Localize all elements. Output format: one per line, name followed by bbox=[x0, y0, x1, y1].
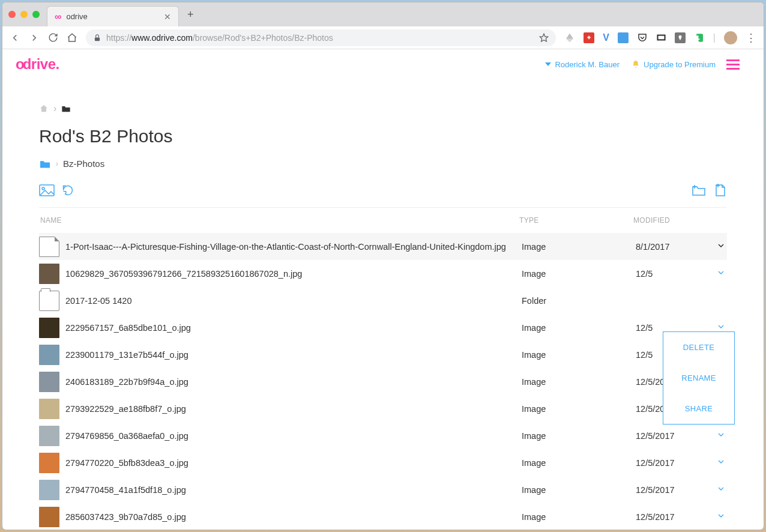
forward-button[interactable] bbox=[29, 32, 40, 43]
back-button[interactable] bbox=[10, 32, 20, 43]
new-tab-button[interactable]: + bbox=[187, 8, 194, 21]
file-type: Image bbox=[522, 323, 636, 333]
upload-file-button[interactable] bbox=[714, 183, 727, 198]
file-name: 2239001179_131e7b544f_o.jpg bbox=[65, 350, 522, 360]
ext-frame-icon[interactable] bbox=[656, 32, 666, 43]
image-thumbnail bbox=[39, 264, 59, 284]
url-text: https://www.odrive.com/browse/Rod's+B2+P… bbox=[106, 33, 333, 43]
ext-drive-icon[interactable] bbox=[564, 32, 575, 43]
address-bar[interactable]: https://www.odrive.com/browse/Rod's+B2+P… bbox=[86, 29, 556, 46]
column-name[interactable]: NAME bbox=[39, 216, 519, 225]
image-thumbnail bbox=[39, 507, 59, 527]
browser-tabbar: ∞ odrive ✕ + bbox=[2, 2, 764, 26]
bookmark-star-icon[interactable] bbox=[539, 33, 549, 43]
new-folder-button[interactable] bbox=[691, 184, 707, 197]
user-menu[interactable]: Roderick M. Bauer bbox=[545, 60, 620, 69]
file-modified: 8/1/2017 bbox=[636, 242, 708, 252]
caret-down-icon bbox=[545, 61, 551, 67]
file-name: 2229567157_6a85dbe101_o.jpg bbox=[65, 323, 522, 333]
window-controls bbox=[8, 11, 40, 18]
gallery-view-button[interactable] bbox=[39, 184, 55, 196]
profile-avatar[interactable] bbox=[724, 31, 737, 44]
row-menu-button[interactable] bbox=[716, 268, 726, 277]
file-modified: 12/5/2017 bbox=[636, 512, 708, 522]
image-thumbnail bbox=[39, 372, 59, 392]
file-type: Image bbox=[522, 404, 636, 414]
odrive-logo[interactable]: oodrivedrive. bbox=[16, 56, 59, 73]
file-name: 2017-12-05 1420 bbox=[65, 296, 522, 306]
refresh-button[interactable] bbox=[62, 184, 74, 196]
table-row[interactable]: 2406183189_22b7b9f94a_o.jpgImage12/5/201… bbox=[39, 368, 727, 395]
column-type[interactable]: TYPE bbox=[519, 216, 633, 225]
file-name: 2856037423_9b70a7d85_o.jpg bbox=[65, 512, 522, 522]
breadcrumb-sep: › bbox=[53, 103, 56, 114]
file-type: Image bbox=[522, 242, 636, 252]
close-window-button[interactable] bbox=[8, 11, 16, 18]
breadcrumb-folder-icon[interactable] bbox=[61, 104, 71, 113]
table-row[interactable]: 2229567157_6a85dbe101_o.jpgImage12/5 bbox=[39, 314, 727, 341]
browser-navbar: https://www.odrive.com/browse/Rod's+B2+P… bbox=[2, 26, 764, 49]
maximize-window-button[interactable] bbox=[32, 11, 40, 18]
table-row[interactable]: 10629829_367059396791266_721589325160186… bbox=[39, 260, 727, 287]
breadcrumb-home-icon[interactable] bbox=[39, 104, 49, 113]
file-type: Folder bbox=[522, 296, 636, 306]
table-header: NAME TYPE MODIFIED bbox=[39, 208, 727, 233]
table-row[interactable]: 2856037423_9b70a7d85_o.jpgImage12/5/2017 bbox=[39, 503, 727, 530]
context-share[interactable]: SHARE bbox=[663, 393, 734, 424]
file-modified: 12/5/2017 bbox=[636, 485, 708, 495]
file-type: Image bbox=[522, 512, 636, 522]
image-thumbnail bbox=[39, 426, 59, 446]
context-rename[interactable]: RENAME bbox=[663, 363, 734, 393]
image-thumbnail bbox=[39, 399, 59, 419]
hamburger-menu-button[interactable] bbox=[726, 59, 740, 70]
home-button[interactable] bbox=[67, 32, 77, 43]
file-name: 2794770220_5bfb83dea3_o.jpg bbox=[65, 458, 522, 468]
file-list: 1-Port-Isaac---A-Picturesque-Fishing-Vil… bbox=[39, 233, 727, 530]
content-area: › Rod's B2 Photos › Bz-Photos NAME TYPE … bbox=[2, 79, 764, 530]
ext-pocket-icon[interactable] bbox=[637, 32, 648, 43]
row-menu-button[interactable] bbox=[716, 484, 726, 494]
file-modified: 12/5/2017 bbox=[636, 431, 708, 441]
file-name: 2793922529_ae188fb8f7_o.jpg bbox=[65, 404, 522, 414]
svg-marker-1 bbox=[540, 34, 548, 41]
table-row[interactable]: 2017-12-05 1420Folder bbox=[39, 287, 727, 314]
table-row[interactable]: 2794770220_5bfb83dea3_o.jpgImage12/5/201… bbox=[39, 449, 727, 476]
browser-menu-button[interactable]: ⋮ bbox=[746, 31, 756, 44]
folder-icon bbox=[39, 291, 59, 311]
ext-blue-icon[interactable] bbox=[618, 32, 629, 43]
context-delete[interactable]: DELETE bbox=[663, 332, 734, 363]
minimize-window-button[interactable] bbox=[20, 11, 28, 18]
row-menu-button[interactable] bbox=[716, 457, 726, 467]
table-row[interactable]: 2239001179_131e7b544f_o.jpgImage12/5 bbox=[39, 341, 727, 368]
row-menu-button[interactable] bbox=[716, 241, 726, 250]
ext-v-icon[interactable]: V bbox=[603, 32, 609, 43]
column-modified[interactable]: MODIFIED bbox=[633, 216, 705, 225]
row-menu-button[interactable] bbox=[716, 322, 726, 331]
table-row[interactable]: 1-Port-Isaac---A-Picturesque-Fishing-Vil… bbox=[39, 233, 727, 260]
file-type: Image bbox=[522, 485, 636, 495]
table-row[interactable]: 2794769856_0a368aefa0_o.jpgImage12/5/201… bbox=[39, 422, 727, 449]
image-thumbnail bbox=[39, 480, 59, 500]
tab-close-button[interactable]: ✕ bbox=[164, 12, 171, 22]
file-name: 1-Port-Isaac---A-Picturesque-Fishing-Vil… bbox=[65, 242, 522, 252]
ext-evernote-icon[interactable] bbox=[694, 32, 705, 43]
ext-pin-icon[interactable] bbox=[675, 32, 686, 43]
browser-window: ∞ odrive ✕ + https://www.odrive.com/brow… bbox=[2, 2, 764, 530]
browser-tab[interactable]: ∞ odrive ✕ bbox=[47, 6, 179, 26]
table-row[interactable]: 2793922529_ae188fb8f7_o.jpgImage12/5/201… bbox=[39, 395, 727, 422]
row-menu-button[interactable] bbox=[716, 430, 726, 440]
svg-rect-3 bbox=[658, 36, 664, 40]
tab-favicon: ∞ bbox=[55, 11, 61, 22]
reload-button[interactable] bbox=[48, 32, 58, 43]
row-menu-button[interactable] bbox=[716, 511, 726, 521]
file-modified: 12/5 bbox=[636, 269, 708, 279]
svg-marker-4 bbox=[545, 62, 551, 66]
upgrade-premium-link[interactable]: Upgrade to Premium bbox=[632, 60, 716, 69]
ext-red-icon[interactable]: ⌖ bbox=[584, 32, 594, 43]
file-type: Image bbox=[522, 458, 636, 468]
subpath-folder-icon[interactable] bbox=[39, 159, 51, 169]
table-row[interactable]: 2794770458_41a1f5df18_o.jpgImage12/5/201… bbox=[39, 476, 727, 503]
context-menu: DELETE RENAME SHARE bbox=[663, 331, 735, 425]
image-thumbnail bbox=[39, 318, 59, 338]
file-name: 2794770458_41a1f5df18_o.jpg bbox=[65, 485, 522, 495]
